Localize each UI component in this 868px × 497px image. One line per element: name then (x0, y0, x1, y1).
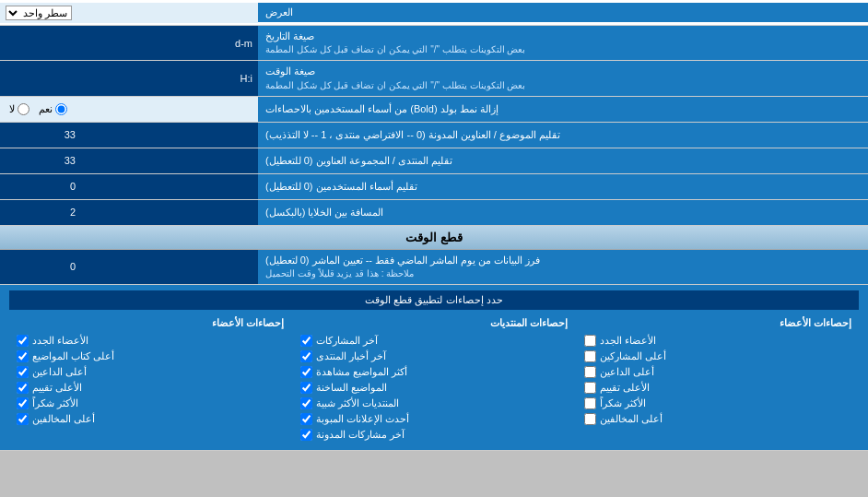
checkbox-top-violators2[interactable] (584, 413, 596, 425)
display-row: العرض سطر واحد سطران ثلاثة أسطر (0, 0, 868, 26)
checkbox-top-violators[interactable] (17, 413, 29, 425)
bold-no-radio[interactable] (18, 103, 29, 115)
forum-address-input-wrapper (0, 148, 258, 173)
list-item: أكثر المواضيع مشاهدة (297, 364, 571, 380)
checkbox-top-posts2[interactable] (584, 350, 596, 362)
cutoff-label: فرز البيانات من يوم الماشر الماضي فقط --… (258, 250, 868, 284)
date-format-row: صيغة التاريخ بعض التكوينات يتطلب "/" الت… (0, 26, 868, 61)
checkboxes-grid: إحصاءات الأعضاء الأعضاء الجدد أعلى المشا… (9, 314, 859, 444)
forum-address-label: تقليم المنتدى / المجموعة العناوين (0 للت… (258, 148, 868, 173)
time-format-input[interactable] (6, 73, 252, 84)
usernames-input[interactable] (6, 179, 79, 194)
display-select-wrapper: سطر واحد سطران ثلاثة أسطر (0, 3, 258, 23)
checkboxes-section: حدد إحصاءات لتطبيق قطع الوقت إحصاءات الأ… (0, 285, 868, 451)
list-item: الأعلى تقييم (13, 380, 287, 396)
list-item: الأكثر شكراً (13, 396, 287, 411)
list-item: آخر مشاركات المدونة (297, 427, 571, 443)
checkbox-top-rated[interactable] (17, 382, 29, 394)
distance-label: المسافة بين الخلايا (بالبكسل) (258, 200, 868, 225)
forum-address-input[interactable] (6, 153, 79, 168)
display-select[interactable]: سطر واحد سطران ثلاثة أسطر (6, 6, 72, 20)
cutoff-section-header: قطع الوقت (0, 226, 868, 250)
checkbox-top-rated2[interactable] (584, 382, 596, 394)
bold-yes-radio[interactable] (55, 103, 67, 115)
forum-address-row: تقليم المنتدى / المجموعة العناوين (0 للت… (0, 148, 868, 174)
checkbox-top-topic-writers[interactable] (17, 350, 29, 362)
col1-header: إحصاءات الأعضاء (13, 315, 287, 331)
cutoff-row: فرز البيانات من يوم الماشر الماضي فقط --… (0, 250, 868, 285)
list-item: أعلى المشاركين (581, 349, 855, 364)
usernames-row: تقليم أسماء المستخدمين (0 للتعطيل) (0, 174, 868, 200)
bold-yes-label[interactable]: نعم (39, 103, 67, 115)
usernames-label: تقليم أسماء المستخدمين (0 للتعطيل) (258, 174, 868, 199)
list-item: أحدث الإعلانات المبوبة (297, 411, 571, 427)
checkbox-last-posts[interactable] (300, 335, 312, 347)
checkbox-most-active-forums[interactable] (300, 397, 312, 409)
checkbox-most-thanks[interactable] (17, 397, 29, 409)
bold-remove-row: إزالة نمط بولد (Bold) من أسماء المستخدمي… (0, 97, 868, 123)
time-format-label: صيغة الوقت بعض التكوينات يتطلب "/" التي … (258, 61, 868, 95)
checkbox-last-news[interactable] (300, 350, 312, 362)
checkbox-latest-classifieds[interactable] (300, 413, 312, 425)
topic-address-row: تقليم الموضوع / العناوين المدونة (0 -- ا… (0, 123, 868, 148)
cutoff-input[interactable] (6, 259, 79, 274)
list-item: أعلى كتاب المواضيع (13, 349, 287, 364)
list-item: آخر أخبار المنتدى (297, 349, 571, 364)
checkbox-new-members[interactable] (17, 335, 29, 347)
usernames-input-wrapper (0, 174, 258, 199)
date-format-label: صيغة التاريخ بعض التكوينات يتطلب "/" الت… (258, 26, 868, 60)
date-format-input-wrapper (0, 26, 258, 60)
list-item: المواضيع الساخنة (297, 380, 571, 396)
list-item: أعلى المخالفين (13, 411, 287, 427)
list-item: الأعضاء الجدد (581, 333, 855, 349)
list-item: أعلى المخالفين (581, 411, 855, 427)
cutoff-input-wrapper (0, 250, 258, 284)
distance-input[interactable] (6, 205, 79, 219)
checkbox-most-viewed[interactable] (300, 366, 312, 378)
checkbox-col-2: إحصاءات المنتديات آخر المشاركات آخر أخبا… (293, 314, 575, 444)
display-title-text: العرض (265, 6, 293, 18)
distance-input-wrapper (0, 200, 258, 225)
checkbox-col-3: إحصاءات الأعضاء الأعضاء الجدد أعلى المشا… (577, 314, 859, 444)
bold-no-label[interactable]: لا (9, 103, 29, 115)
list-item: أعلى الداعين (13, 364, 287, 380)
time-format-input-wrapper (0, 61, 258, 95)
display-label: العرض (258, 3, 868, 22)
list-item: الأعضاء الجدد (13, 333, 287, 349)
list-item: المنتديات الأكثر شبية (297, 396, 571, 411)
checkbox-top-inviters[interactable] (17, 366, 29, 378)
list-item: الأكثر شكراً (581, 396, 855, 411)
checkbox-top-inviters2[interactable] (584, 366, 596, 378)
topic-address-input-wrapper (0, 123, 258, 148)
list-item: آخر المشاركات (297, 333, 571, 349)
list-item: أعلى الداعين (581, 364, 855, 380)
list-item: الأعلى تقييم (581, 380, 855, 396)
checkbox-most-thanks2[interactable] (584, 397, 596, 409)
topic-address-input[interactable] (6, 127, 79, 142)
checkbox-last-blog-posts[interactable] (300, 429, 312, 441)
bold-remove-label: إزالة نمط بولد (Bold) من أسماء المستخدمي… (258, 97, 868, 122)
checkboxes-header: حدد إحصاءات لتطبيق قطع الوقت (9, 290, 859, 310)
distance-row: المسافة بين الخلايا (بالبكسل) (0, 200, 868, 226)
date-format-input[interactable] (6, 38, 252, 49)
col2-header: إحصاءات المنتديات (297, 315, 571, 331)
time-format-row: صيغة الوقت بعض التكوينات يتطلب "/" التي … (0, 61, 868, 96)
bold-remove-input-wrapper: نعم لا (0, 97, 258, 122)
checkbox-members-new2[interactable] (584, 335, 596, 347)
checkbox-hot-topics[interactable] (300, 382, 312, 394)
col3-header: إحصاءات الأعضاء (581, 315, 855, 331)
checkbox-col-1: إحصاءات الأعضاء الأعضاء الجدد أعلى كتاب … (9, 314, 291, 444)
topic-address-label: تقليم الموضوع / العناوين المدونة (0 -- ا… (258, 123, 868, 148)
